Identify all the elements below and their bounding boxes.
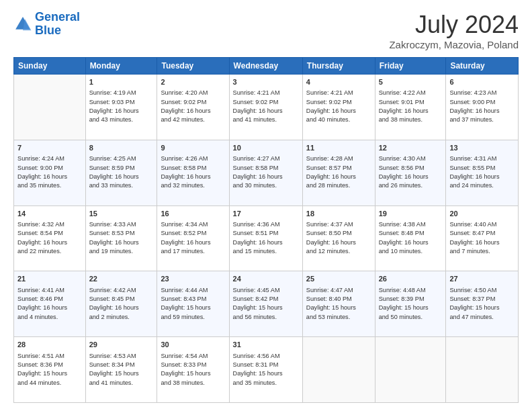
day-info: Sunrise: 4:32 AMSunset: 8:54 PMDaylight:… xyxy=(17,220,82,256)
day-info: Sunrise: 4:33 AMSunset: 8:53 PMDaylight:… xyxy=(89,220,154,256)
calendar-cell: 13Sunrise: 4:31 AMSunset: 8:55 PMDayligh… xyxy=(446,140,519,205)
day-number: 14 xyxy=(17,209,82,219)
day-number: 17 xyxy=(233,209,299,219)
day-info: Sunrise: 4:25 AMSunset: 8:59 PMDaylight:… xyxy=(89,154,154,190)
day-number: 31 xyxy=(233,340,299,350)
day-info: Sunrise: 4:44 AMSunset: 8:43 PMDaylight:… xyxy=(161,286,225,322)
calendar-cell: 29Sunrise: 4:53 AMSunset: 8:34 PMDayligh… xyxy=(85,337,157,403)
calendar-cell: 24Sunrise: 4:45 AMSunset: 8:42 PMDayligh… xyxy=(229,271,302,337)
calendar-table: SundayMondayTuesdayWednesdayThursdayFrid… xyxy=(13,57,519,403)
day-info: Sunrise: 4:56 AMSunset: 8:31 PMDaylight:… xyxy=(233,352,299,387)
calendar-cell xyxy=(446,337,519,403)
calendar-cell: 27Sunrise: 4:50 AMSunset: 8:37 PMDayligh… xyxy=(446,271,519,337)
day-info: Sunrise: 4:23 AMSunset: 9:00 PMDaylight:… xyxy=(449,89,515,124)
day-info: Sunrise: 4:53 AMSunset: 8:34 PMDaylight:… xyxy=(89,352,154,387)
day-info: Sunrise: 4:21 AMSunset: 9:02 PMDaylight:… xyxy=(233,89,299,124)
calendar-cell: 10Sunrise: 4:27 AMSunset: 8:58 PMDayligh… xyxy=(229,140,302,205)
calendar-cell: 9Sunrise: 4:26 AMSunset: 8:58 PMDaylight… xyxy=(157,140,229,205)
calendar-cell: 21Sunrise: 4:41 AMSunset: 8:46 PMDayligh… xyxy=(14,271,86,337)
calendar-cell: 15Sunrise: 4:33 AMSunset: 8:53 PMDayligh… xyxy=(85,205,157,271)
day-info: Sunrise: 4:41 AMSunset: 8:46 PMDaylight:… xyxy=(17,286,82,322)
day-number: 15 xyxy=(89,209,154,219)
day-info: Sunrise: 4:37 AMSunset: 8:50 PMDaylight:… xyxy=(306,220,371,256)
day-info: Sunrise: 4:38 AMSunset: 8:48 PMDaylight:… xyxy=(379,220,443,256)
day-number: 24 xyxy=(233,274,299,284)
day-info: Sunrise: 4:54 AMSunset: 8:33 PMDaylight:… xyxy=(161,352,225,387)
logo-icon xyxy=(13,15,32,34)
calendar-cell: 3Sunrise: 4:21 AMSunset: 9:02 PMDaylight… xyxy=(229,75,302,140)
title-block: July 2024 Zakroczym, Mazovia, Poland xyxy=(389,11,519,50)
calendar-week-row: 14Sunrise: 4:32 AMSunset: 8:54 PMDayligh… xyxy=(14,205,519,271)
calendar-cell: 6Sunrise: 4:23 AMSunset: 9:00 PMDaylight… xyxy=(446,75,519,140)
day-number: 30 xyxy=(161,340,225,350)
day-number: 23 xyxy=(161,274,225,284)
day-info: Sunrise: 4:30 AMSunset: 8:56 PMDaylight:… xyxy=(379,154,443,190)
day-number: 28 xyxy=(17,340,82,350)
calendar-cell: 18Sunrise: 4:37 AMSunset: 8:50 PMDayligh… xyxy=(302,205,375,271)
day-number: 13 xyxy=(449,143,515,153)
calendar-cell: 7Sunrise: 4:24 AMSunset: 9:00 PMDaylight… xyxy=(14,140,86,205)
month-year: July 2024 xyxy=(389,11,519,39)
day-number: 29 xyxy=(89,340,154,350)
calendar-header-sunday: Sunday xyxy=(14,58,86,75)
calendar-cell: 14Sunrise: 4:32 AMSunset: 8:54 PMDayligh… xyxy=(14,205,86,271)
logo-text: General Blue xyxy=(35,11,80,38)
day-info: Sunrise: 4:24 AMSunset: 9:00 PMDaylight:… xyxy=(17,154,82,190)
day-number: 11 xyxy=(306,143,371,153)
day-info: Sunrise: 4:19 AMSunset: 9:03 PMDaylight:… xyxy=(89,89,154,124)
header: General Blue July 2024 Zakroczym, Mazovi… xyxy=(13,11,519,50)
calendar-cell: 17Sunrise: 4:36 AMSunset: 8:51 PMDayligh… xyxy=(229,205,302,271)
calendar-cell xyxy=(375,337,446,403)
day-info: Sunrise: 4:26 AMSunset: 8:58 PMDaylight:… xyxy=(161,154,225,190)
day-info: Sunrise: 4:51 AMSunset: 8:36 PMDaylight:… xyxy=(17,352,82,387)
day-number: 9 xyxy=(161,143,225,153)
calendar-cell: 5Sunrise: 4:22 AMSunset: 9:01 PMDaylight… xyxy=(375,75,446,140)
day-info: Sunrise: 4:48 AMSunset: 8:39 PMDaylight:… xyxy=(379,286,443,322)
calendar-cell: 11Sunrise: 4:28 AMSunset: 8:57 PMDayligh… xyxy=(302,140,375,205)
calendar-cell: 16Sunrise: 4:34 AMSunset: 8:52 PMDayligh… xyxy=(157,205,229,271)
logo-line2: Blue xyxy=(35,24,61,37)
calendar-cell xyxy=(302,337,375,403)
day-number: 7 xyxy=(17,143,82,153)
calendar-cell: 23Sunrise: 4:44 AMSunset: 8:43 PMDayligh… xyxy=(157,271,229,337)
day-number: 22 xyxy=(89,274,154,284)
calendar-header-wednesday: Wednesday xyxy=(229,58,302,75)
calendar-header-saturday: Saturday xyxy=(446,58,519,75)
calendar-cell xyxy=(14,75,86,140)
calendar-week-row: 7Sunrise: 4:24 AMSunset: 9:00 PMDaylight… xyxy=(14,140,519,205)
day-info: Sunrise: 4:42 AMSunset: 8:45 PMDaylight:… xyxy=(89,286,154,322)
calendar-week-row: 1Sunrise: 4:19 AMSunset: 9:03 PMDaylight… xyxy=(14,75,519,140)
day-number: 21 xyxy=(17,274,82,284)
day-number: 3 xyxy=(233,77,299,87)
day-info: Sunrise: 4:31 AMSunset: 8:55 PMDaylight:… xyxy=(449,154,515,190)
calendar-cell: 20Sunrise: 4:40 AMSunset: 8:47 PMDayligh… xyxy=(446,205,519,271)
calendar-header-friday: Friday xyxy=(375,58,446,75)
day-number: 8 xyxy=(89,143,154,153)
calendar-cell: 26Sunrise: 4:48 AMSunset: 8:39 PMDayligh… xyxy=(375,271,446,337)
calendar-week-row: 21Sunrise: 4:41 AMSunset: 8:46 PMDayligh… xyxy=(14,271,519,337)
day-number: 16 xyxy=(161,209,225,219)
day-info: Sunrise: 4:45 AMSunset: 8:42 PMDaylight:… xyxy=(233,286,299,322)
day-info: Sunrise: 4:50 AMSunset: 8:37 PMDaylight:… xyxy=(449,286,515,322)
calendar-cell: 4Sunrise: 4:21 AMSunset: 9:02 PMDaylight… xyxy=(302,75,375,140)
day-info: Sunrise: 4:36 AMSunset: 8:51 PMDaylight:… xyxy=(233,220,299,256)
calendar-cell: 22Sunrise: 4:42 AMSunset: 8:45 PMDayligh… xyxy=(85,271,157,337)
day-number: 12 xyxy=(379,143,443,153)
calendar-header-tuesday: Tuesday xyxy=(157,58,229,75)
calendar-cell: 30Sunrise: 4:54 AMSunset: 8:33 PMDayligh… xyxy=(157,337,229,403)
calendar-cell: 12Sunrise: 4:30 AMSunset: 8:56 PMDayligh… xyxy=(375,140,446,205)
calendar-cell: 2Sunrise: 4:20 AMSunset: 9:02 PMDaylight… xyxy=(157,75,229,140)
day-info: Sunrise: 4:27 AMSunset: 8:58 PMDaylight:… xyxy=(233,154,299,190)
calendar-week-row: 28Sunrise: 4:51 AMSunset: 8:36 PMDayligh… xyxy=(14,337,519,403)
calendar-cell: 28Sunrise: 4:51 AMSunset: 8:36 PMDayligh… xyxy=(14,337,86,403)
page: General Blue July 2024 Zakroczym, Mazovi… xyxy=(0,0,532,411)
day-info: Sunrise: 4:40 AMSunset: 8:47 PMDaylight:… xyxy=(449,220,515,256)
day-info: Sunrise: 4:47 AMSunset: 8:40 PMDaylight:… xyxy=(306,286,371,322)
day-info: Sunrise: 4:34 AMSunset: 8:52 PMDaylight:… xyxy=(161,220,225,256)
day-info: Sunrise: 4:28 AMSunset: 8:57 PMDaylight:… xyxy=(306,154,371,190)
day-number: 25 xyxy=(306,274,371,284)
calendar-cell: 19Sunrise: 4:38 AMSunset: 8:48 PMDayligh… xyxy=(375,205,446,271)
logo: General Blue xyxy=(13,11,80,38)
day-info: Sunrise: 4:20 AMSunset: 9:02 PMDaylight:… xyxy=(161,89,225,124)
logo-line1: General xyxy=(35,10,80,24)
